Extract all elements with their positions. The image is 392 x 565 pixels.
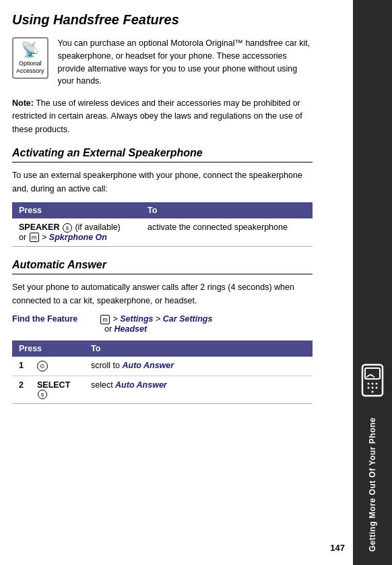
table-cell-to: activate the connected speakerphone: [141, 218, 313, 247]
sidebar-label: Getting More Out Of Your Phone: [368, 417, 377, 552]
note-label: Note:: [12, 98, 34, 108]
svg-point-3: [372, 382, 374, 384]
section1-intro: To use an external speakerphone with you…: [12, 169, 313, 196]
find-feature-value: m > Settings > Car Settings or Headset: [100, 314, 212, 334]
svg-point-8: [372, 390, 374, 392]
to-cell-2: select Auto Answer: [84, 376, 313, 404]
section2-table: Press To 1 ⊙ scroll to Auto Answer 2 SEL…: [12, 340, 313, 405]
s-symbol-icon: s: [63, 223, 72, 233]
s-symbol-icon2: s: [38, 390, 47, 399]
accessory-block: 📡 Optional Accessory You can purchase an…: [12, 37, 313, 88]
svg-rect-1: [365, 368, 380, 379]
find-feature-label: Find the Feature: [12, 314, 93, 324]
section2-title: Automatic Answer: [12, 259, 313, 274]
section1-title: Activating an External Speakerphone: [12, 147, 313, 162]
sidebar-phone-icon: [360, 363, 385, 397]
section1-col2: To: [141, 202, 313, 218]
press-select-cell: SELECT s: [30, 376, 84, 404]
accessory-icon: 📡 Optional Accessory: [12, 37, 48, 79]
find-feature-block: Find the Feature m > Settings > Car Sett…: [12, 314, 313, 334]
note-text: The use of wireless devices and their ac…: [12, 98, 302, 134]
note-block: Note: The use of wireless devices and th…: [12, 97, 313, 136]
menu-icon: m: [30, 233, 39, 242]
table-row: 2 SELECT s select Auto Answer: [12, 376, 313, 404]
section1-table: Press To SPEAKER s (if available) or m >…: [12, 202, 313, 247]
page-title: Using Handsfree Features: [12, 12, 313, 28]
table-row: SPEAKER s (if available) or m > Spkrphon…: [12, 218, 313, 247]
accessory-description: You can purchase an optional Motorola Or…: [58, 37, 313, 88]
svg-point-6: [372, 386, 374, 388]
section2-col1: Press: [12, 340, 84, 357]
table-cell-press: SPEAKER s (if available) or m > Spkrphon…: [12, 218, 141, 247]
section2-intro: Set your phone to automatically answer c…: [12, 281, 313, 307]
step-number: 2: [12, 376, 30, 404]
nav-icon: ⊙: [37, 361, 48, 371]
table-row: 1 ⊙ scroll to Auto Answer: [12, 357, 313, 376]
main-content: Using Handsfree Features 📡 Optional Acce…: [0, 0, 353, 565]
page-number: 147: [330, 543, 345, 553]
page-wrapper: Using Handsfree Features 📡 Optional Acce…: [0, 0, 392, 565]
phone-svg-icon: [360, 363, 385, 397]
to-cell-1: scroll to Auto Answer: [84, 357, 313, 376]
press-nav-cell: ⊙: [30, 357, 84, 376]
section2-col2: To: [84, 340, 313, 357]
step-number: 1: [12, 357, 30, 376]
svg-point-2: [368, 382, 370, 384]
accessory-label: Optional Accessory: [16, 60, 44, 75]
section1-col1: Press: [12, 202, 141, 218]
svg-point-5: [368, 386, 370, 388]
menu-icon2: m: [100, 315, 110, 324]
right-sidebar: Getting More Out Of Your Phone: [353, 0, 392, 565]
svg-point-4: [376, 382, 378, 384]
svg-point-7: [376, 386, 378, 388]
accessory-icon-graphic: 📡: [21, 41, 39, 59]
